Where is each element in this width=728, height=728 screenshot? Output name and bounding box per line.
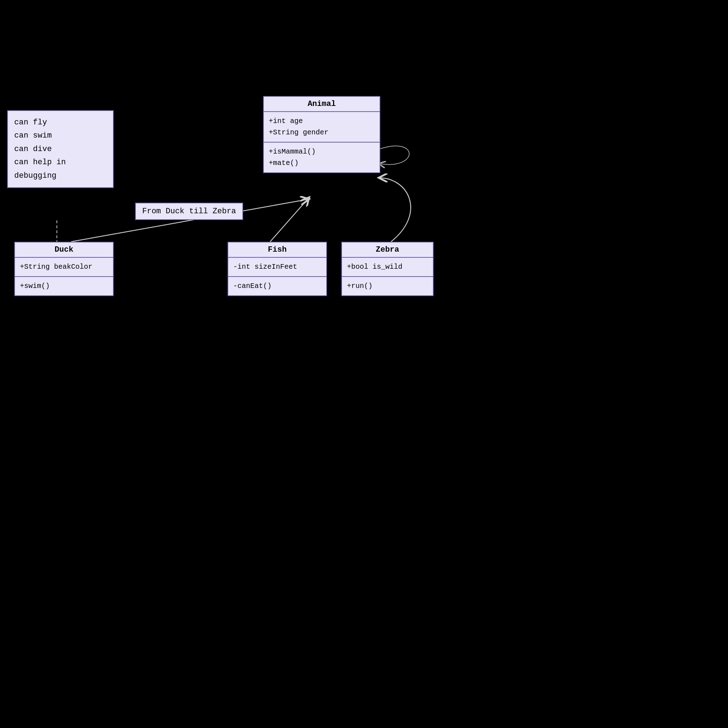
fish-title: Fish	[228, 242, 326, 258]
animal-class: Animal +int age +String gender +isMammal…	[263, 96, 380, 173]
zebra-method-1: +run()	[347, 280, 428, 292]
zebra-title: Zebra	[342, 242, 433, 258]
animal-method-1: +isMammal()	[269, 146, 375, 158]
zebra-class: Zebra +bool is_wild +run()	[341, 242, 434, 296]
duck-attr-1: +String beakColor	[20, 261, 108, 273]
animal-methods: +isMammal() +mate()	[264, 142, 380, 173]
animal-attributes: +int age +String gender	[264, 112, 380, 142]
duck-methods: +swim()	[15, 277, 113, 295]
duck-title: Duck	[15, 242, 113, 258]
duck-class: Duck +String beakColor +swim()	[14, 242, 114, 296]
fish-attr-1: -int sizeInFeet	[233, 261, 321, 273]
svg-line-2	[270, 197, 309, 242]
fish-methods: -canEat()	[228, 277, 326, 295]
zebra-attr-1: +bool is_wild	[347, 261, 428, 273]
label-box: From Duck till Zebra	[135, 203, 243, 220]
duck-method-1: +swim()	[20, 280, 108, 292]
animal-attr-2: +String gender	[269, 127, 375, 138]
animal-method-2: +mate()	[269, 158, 375, 169]
animal-title: Animal	[264, 97, 380, 112]
duck-attributes: +String beakColor	[15, 258, 113, 277]
note-text: can fly can swim can dive can help in de…	[14, 118, 66, 180]
fish-class: Fish -int sizeInFeet -canEat()	[228, 242, 327, 296]
note-box: can fly can swim can dive can help in de…	[7, 110, 114, 188]
zebra-methods: +run()	[342, 277, 433, 295]
fish-method-1: -canEat()	[233, 280, 321, 292]
animal-attr-1: +int age	[269, 116, 375, 127]
fish-attributes: -int sizeInFeet	[228, 258, 326, 277]
zebra-attributes: +bool is_wild	[342, 258, 433, 277]
label-text: From Duck till Zebra	[142, 207, 236, 216]
